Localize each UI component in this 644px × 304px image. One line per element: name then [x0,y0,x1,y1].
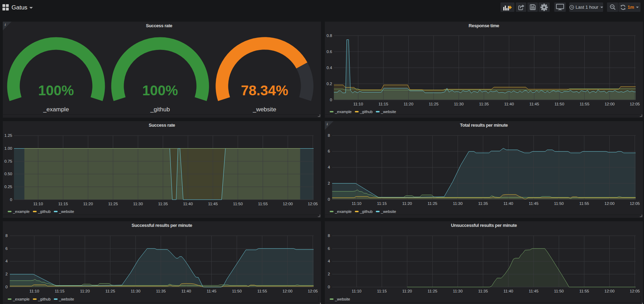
svg-text:11:30: 11:30 [133,202,143,206]
svg-text:11:40: 11:40 [504,102,514,106]
svg-text:11:35: 11:35 [478,201,488,206]
svg-text:2: 2 [328,181,330,185]
svg-text:11:15: 11:15 [377,201,387,206]
svg-text:0: 0 [328,197,330,201]
svg-text:0.50: 0.50 [5,172,12,176]
svg-text:0.25: 0.25 [5,185,12,189]
svg-text:4: 4 [328,259,330,263]
svg-text:11:55: 11:55 [579,289,589,293]
svg-text:11:35: 11:35 [156,289,166,293]
svg-text:11:30: 11:30 [131,289,140,293]
svg-text:12:00: 12:00 [605,201,615,206]
svg-text:0.75: 0.75 [5,159,12,163]
svg-text:11:25: 11:25 [427,289,437,293]
svg-text:0: 0 [330,98,332,102]
svg-text:100%: 100% [142,83,178,98]
svg-text:11:15: 11:15 [58,202,68,206]
svg-text:12:05: 12:05 [308,289,318,293]
svg-text:11:10: 11:10 [33,202,43,206]
svg-text:12:05: 12:05 [308,202,318,206]
svg-text:0: 0 [10,198,12,202]
svg-text:11:40: 11:40 [183,202,193,206]
svg-text:11:50: 11:50 [232,289,242,293]
svg-text:11:20: 11:20 [80,289,90,293]
svg-text:11:35: 11:35 [478,289,488,293]
svg-text:6: 6 [6,246,8,251]
svg-text:11:40: 11:40 [504,289,513,293]
svg-text:11:10: 11:10 [353,102,363,106]
svg-text:_example: _example [43,106,69,113]
svg-text:11:55: 11:55 [579,201,589,206]
svg-text:11:20: 11:20 [402,201,412,206]
svg-text:2: 2 [6,272,8,276]
svg-text:11:35: 11:35 [158,202,168,206]
svg-text:0: 0 [328,285,330,289]
svg-text:1.00: 1.00 [5,146,12,150]
svg-text:12:00: 12:00 [605,102,615,106]
svg-text:2: 2 [328,272,330,276]
svg-text:11:50: 11:50 [554,289,564,293]
svg-text:11:50: 11:50 [554,201,564,206]
svg-text:12:05: 12:05 [630,201,640,206]
svg-text:11:10: 11:10 [29,289,39,293]
svg-text:11:30: 11:30 [454,102,464,106]
svg-text:0.6: 0.6 [327,50,332,54]
svg-text:11:25: 11:25 [427,201,437,206]
svg-text:12:00: 12:00 [605,289,615,293]
svg-text:11:45: 11:45 [529,201,539,206]
svg-text:0.4: 0.4 [327,66,332,70]
svg-text:11:45: 11:45 [529,102,539,106]
svg-text:11:20: 11:20 [83,202,93,206]
svg-text:12:05: 12:05 [630,102,640,106]
svg-text:12:05: 12:05 [630,289,640,293]
svg-text:11:40: 11:40 [181,289,191,293]
svg-text:11:55: 11:55 [580,102,590,106]
svg-text:6: 6 [328,149,330,153]
svg-text:11:20: 11:20 [402,289,412,293]
svg-text:11:15: 11:15 [377,289,387,293]
svg-text:11:45: 11:45 [529,289,539,293]
svg-text:11:25: 11:25 [108,202,118,206]
svg-text:11:55: 11:55 [258,202,268,206]
svg-text:78.34%: 78.34% [241,83,288,98]
svg-text:0.8: 0.8 [327,34,332,38]
svg-text:1.25: 1.25 [5,133,12,138]
svg-text:11:25: 11:25 [105,289,115,293]
svg-text:4: 4 [328,165,330,169]
svg-text:8: 8 [328,133,330,138]
svg-text:11:30: 11:30 [453,201,463,206]
svg-text:6: 6 [328,246,330,251]
svg-text:12:00: 12:00 [283,202,293,206]
svg-text:11:15: 11:15 [379,102,388,106]
svg-text:11:50: 11:50 [233,202,243,206]
svg-text:11:50: 11:50 [555,102,564,106]
svg-text:11:45: 11:45 [208,202,218,206]
svg-text:11:45: 11:45 [207,289,217,293]
svg-text:0.2: 0.2 [327,82,332,86]
svg-text:_website: _website [253,106,276,113]
svg-text:_github: _github [150,106,170,113]
svg-text:11:15: 11:15 [55,289,65,293]
svg-text:12:00: 12:00 [283,289,293,293]
svg-text:8: 8 [6,233,8,238]
svg-text:11:55: 11:55 [257,289,267,293]
svg-text:11:10: 11:10 [352,289,361,293]
svg-text:8: 8 [328,233,330,238]
svg-text:0: 0 [6,285,8,289]
svg-text:100%: 100% [38,83,74,98]
svg-text:11:25: 11:25 [429,102,439,106]
svg-text:11:20: 11:20 [404,102,414,106]
svg-text:11:30: 11:30 [453,289,463,293]
svg-text:4: 4 [6,259,8,263]
svg-text:11:35: 11:35 [479,102,489,106]
svg-text:11:10: 11:10 [352,201,361,206]
svg-text:11:40: 11:40 [504,201,513,206]
